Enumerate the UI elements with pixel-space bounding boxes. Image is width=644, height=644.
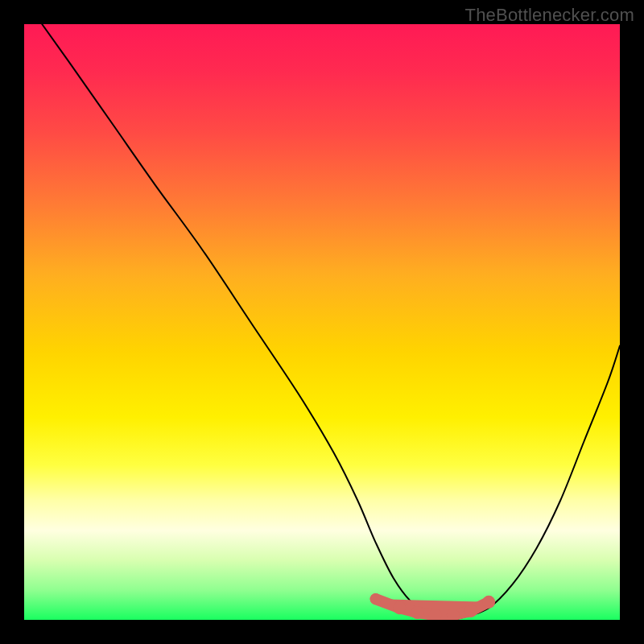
svg-point-0 <box>370 593 382 605</box>
chart-svg <box>24 24 620 620</box>
data-dots <box>370 593 496 620</box>
svg-point-5 <box>464 605 477 617</box>
chart-frame: TheBottlenecker.com <box>0 0 644 644</box>
svg-point-1 <box>393 601 406 614</box>
svg-point-2 <box>411 606 423 619</box>
watermark-text: TheBottlenecker.com <box>465 5 634 26</box>
bottleneck-curve <box>42 24 620 620</box>
svg-point-6 <box>482 596 495 609</box>
plot-area <box>24 24 620 620</box>
